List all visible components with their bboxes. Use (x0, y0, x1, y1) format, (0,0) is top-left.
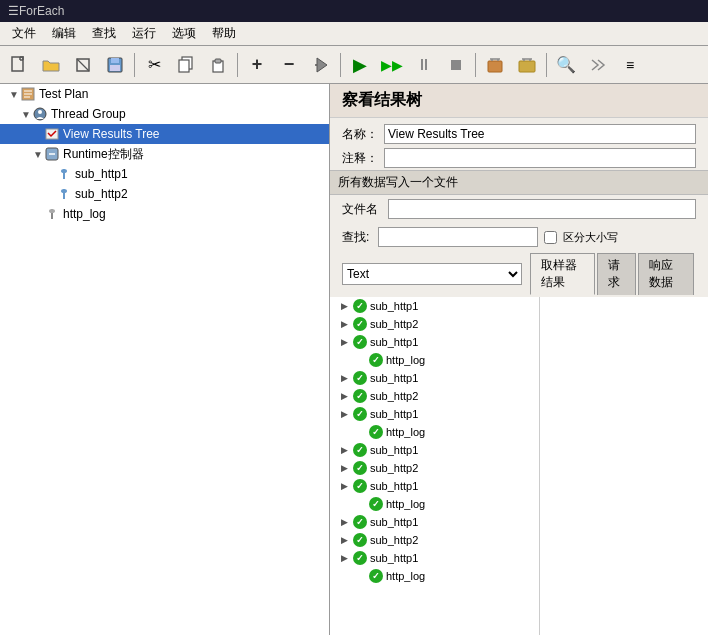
result-check-icon: ✓ (369, 425, 383, 439)
type-select[interactable]: Text RegExp Tester CSS/JQuery Tester XPa… (342, 263, 522, 285)
tree-item-sub-http1-1[interactable]: sub_http1 (0, 164, 329, 184)
search-input[interactable] (378, 227, 538, 247)
titlebar: ☰ ForEach (0, 0, 708, 22)
tree-label-thread-group: Thread Group (51, 107, 126, 121)
svg-rect-14 (488, 61, 502, 72)
result-item[interactable]: ✓http_log (330, 567, 539, 585)
result-arrow: ▶ (338, 319, 350, 329)
result-item[interactable]: ✓http_log (330, 495, 539, 513)
open-button[interactable] (36, 50, 66, 80)
menu-help[interactable]: 帮助 (204, 23, 244, 44)
result-item[interactable]: ▶✓sub_http2 (330, 315, 539, 333)
pause-button[interactable]: ⏸ (409, 50, 439, 80)
result-check-icon: ✓ (353, 407, 367, 421)
comment-input[interactable] (384, 148, 696, 168)
logger-icon (44, 206, 60, 222)
tree-item-test-plan[interactable]: ▼ Test Plan (0, 84, 329, 104)
svg-point-32 (61, 169, 67, 173)
remote-button[interactable]: ≡ (615, 50, 645, 80)
result-arrow: ▶ (338, 463, 350, 473)
menu-options[interactable]: 选项 (164, 23, 204, 44)
sampler-icon-2 (56, 186, 72, 202)
result-check-icon: ✓ (369, 569, 383, 583)
copy-button[interactable] (171, 50, 201, 80)
result-item[interactable]: ▶✓sub_http2 (330, 459, 539, 477)
result-arrow: ▶ (338, 517, 350, 527)
results-list[interactable]: ▶✓sub_http1▶✓sub_http2▶✓sub_http1 ✓http_… (330, 297, 540, 635)
separator-5 (546, 53, 547, 77)
result-check-icon: ✓ (369, 497, 383, 511)
name-input[interactable] (384, 124, 696, 144)
svg-rect-11 (215, 59, 221, 63)
stop-button[interactable]: ⏹ (441, 50, 471, 80)
tree-arrow-test-plan[interactable]: ▼ (8, 89, 20, 100)
result-check-icon: ✓ (353, 479, 367, 493)
result-item[interactable]: ✓http_log (330, 351, 539, 369)
result-label: sub_http1 (370, 480, 418, 492)
result-check-icon: ✓ (353, 443, 367, 457)
new-button[interactable] (4, 50, 34, 80)
window-title: ForEach (19, 4, 64, 18)
tree-label-view-results: View Results Tree (63, 127, 160, 141)
action-button[interactable] (306, 50, 336, 80)
result-item[interactable]: ▶✓sub_http2 (330, 387, 539, 405)
search-label: 查找: (342, 229, 372, 246)
result-arrow: ▶ (338, 391, 350, 401)
tree-arrow-runtime[interactable]: ▼ (32, 149, 44, 160)
start-button[interactable]: ▶ (345, 50, 375, 80)
testplan-icon (20, 86, 36, 102)
tree-item-thread-group[interactable]: ▼ Thread Group (0, 104, 329, 124)
menu-find[interactable]: 查找 (84, 23, 124, 44)
paste-button[interactable] (203, 50, 233, 80)
menu-run[interactable]: 运行 (124, 23, 164, 44)
add-button[interactable]: + (242, 50, 272, 80)
result-check-icon: ✓ (353, 317, 367, 331)
close-button[interactable] (68, 50, 98, 80)
clear-all-button[interactable] (512, 50, 542, 80)
tree-item-sub-http2-1[interactable]: sub_http2 (0, 184, 329, 204)
tree-label-sub-http1-1: sub_http1 (75, 167, 128, 181)
svg-point-34 (61, 189, 67, 193)
result-label: sub_http1 (370, 444, 418, 456)
cut-button[interactable]: ✂ (139, 50, 169, 80)
thread-group-icon (32, 106, 48, 122)
result-item[interactable]: ✓http_log (330, 423, 539, 441)
result-item[interactable]: ▶✓sub_http1 (330, 369, 539, 387)
result-arrow: ▶ (338, 373, 350, 383)
result-item[interactable]: ▶✓sub_http1 (330, 513, 539, 531)
tree-item-view-results-tree[interactable]: View Results Tree (0, 124, 329, 144)
tab-request[interactable]: 请求 (597, 253, 636, 295)
merge-button[interactable] (583, 50, 613, 80)
file-input[interactable] (388, 199, 696, 219)
tab-sampler-result[interactable]: 取样器结果 (530, 253, 595, 295)
result-label: sub_http2 (370, 462, 418, 474)
result-item[interactable]: ▶✓sub_http1 (330, 441, 539, 459)
tree-arrow-http-log (32, 209, 44, 220)
result-check-icon: ✓ (353, 371, 367, 385)
tab-response-data[interactable]: 响应数据 (638, 253, 694, 295)
result-arrow: ▶ (338, 481, 350, 491)
case-sensitive-checkbox[interactable] (544, 231, 557, 244)
result-label: sub_http2 (370, 318, 418, 330)
tree-arrow-sub-http2-1 (44, 189, 56, 200)
remove-button[interactable]: − (274, 50, 304, 80)
tree-item-http-log[interactable]: http_log (0, 204, 329, 224)
menu-file[interactable]: 文件 (4, 23, 44, 44)
menubar: 文件 编辑 查找 运行 选项 帮助 (0, 22, 708, 46)
result-item[interactable]: ▶✓sub_http1 (330, 297, 539, 315)
start-no-pause-button[interactable]: ▶▶ (377, 50, 407, 80)
search-button[interactable]: 🔍 (551, 50, 581, 80)
result-item[interactable]: ▶✓sub_http1 (330, 549, 539, 567)
result-item[interactable]: ▶✓sub_http2 (330, 531, 539, 549)
clear-result-button[interactable] (480, 50, 510, 80)
main-content: ▼ Test Plan ▼ Thread Group View Results … (0, 84, 708, 635)
tree-item-runtime-controller[interactable]: ▼ Runtime控制器 (0, 144, 329, 164)
result-check-icon: ✓ (353, 299, 367, 313)
menu-edit[interactable]: 编辑 (44, 23, 84, 44)
result-item[interactable]: ▶✓sub_http1 (330, 333, 539, 351)
result-item[interactable]: ▶✓sub_http1 (330, 405, 539, 423)
save-button[interactable] (100, 50, 130, 80)
svg-point-27 (38, 110, 42, 114)
result-item[interactable]: ▶✓sub_http1 (330, 477, 539, 495)
tree-arrow-thread-group[interactable]: ▼ (20, 109, 32, 120)
